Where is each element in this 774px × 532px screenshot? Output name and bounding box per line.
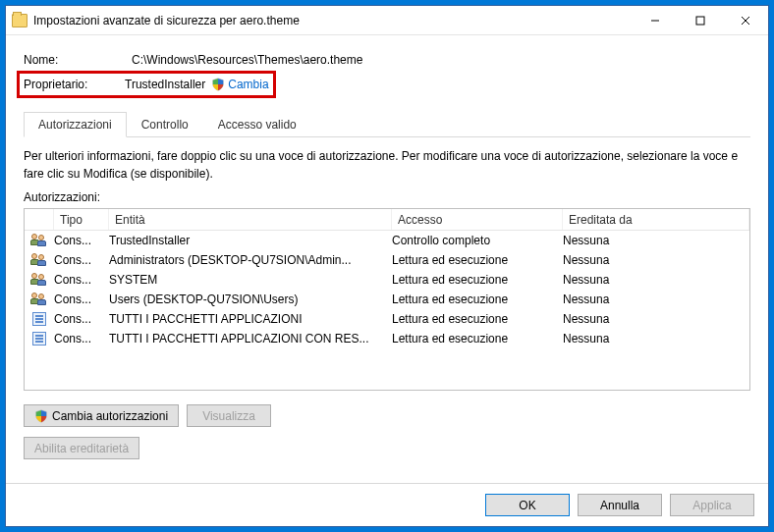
cell-access: Controllo completo	[392, 234, 563, 247]
change-permissions-label: Cambia autorizzazioni	[52, 409, 168, 423]
content-area: Nome: C:\Windows\Resources\Themes\aero.t…	[6, 35, 768, 483]
cell-type: Cons...	[54, 312, 109, 326]
group-icon	[31, 273, 47, 287]
cell-entity: TrustedInstaller	[109, 234, 392, 247]
titlebar: Impostazioni avanzate di sicurezza per a…	[6, 6, 768, 35]
name-row: Nome: C:\Windows\Resources\Themes\aero.t…	[24, 49, 750, 71]
table-row[interactable]: Cons...Administrators (DESKTOP-QU7SION\A…	[25, 250, 749, 270]
col-access[interactable]: Accesso	[392, 209, 563, 230]
name-value: C:\Windows\Resources\Themes\aero.theme	[132, 53, 362, 67]
tab-permissions[interactable]: Autorizzazioni	[24, 112, 127, 137]
cell-entity: TUTTI I PACCHETTI APPLICAZIONI CON RES..…	[109, 332, 392, 346]
action-button-row: Cambia autorizzazioni Visualizza	[24, 404, 750, 427]
cell-inherited: Nessuna	[563, 332, 749, 346]
permissions-list[interactable]: Tipo Entità Accesso Ereditata da Cons...…	[24, 208, 750, 391]
tab-body: Per ulteriori informazioni, fare doppio …	[24, 137, 750, 471]
window-title: Impostazioni avanzate di sicurezza per a…	[33, 14, 633, 27]
cell-access: Lettura ed esecuzione	[392, 253, 563, 267]
cell-access: Lettura ed esecuzione	[392, 273, 563, 287]
enable-inheritance-button: Abilita ereditarietà	[24, 437, 139, 459]
cell-entity: SYSTEM	[109, 273, 392, 287]
apply-button: Applica	[670, 494, 754, 516]
cell-entity: Administrators (DESKTOP-QU7SION\Admin...	[109, 253, 392, 267]
cell-inherited: Nessuna	[563, 273, 749, 287]
table-row[interactable]: Cons...TUTTI I PACCHETTI APPLICAZIONILet…	[25, 309, 749, 329]
group-icon	[31, 293, 47, 306]
permissions-header: Tipo Entità Accesso Ereditata da	[25, 209, 749, 231]
cell-inherited: Nessuna	[563, 234, 749, 247]
window-folder-icon	[6, 14, 33, 27]
col-icon[interactable]	[25, 209, 54, 230]
hint-text: Per ulteriori informazioni, fare doppio …	[24, 147, 750, 183]
security-settings-window: Impostazioni avanzate di sicurezza per a…	[5, 5, 769, 527]
app-package-icon	[32, 312, 46, 326]
cell-entity: TUTTI I PACCHETTI APPLICAZIONI	[109, 312, 392, 326]
cell-inherited: Nessuna	[563, 312, 749, 326]
group-icon	[31, 253, 47, 267]
col-entity[interactable]: Entità	[109, 209, 392, 230]
cell-entity: Users (DESKTOP-QU7SION\Users)	[109, 293, 392, 306]
app-package-icon	[32, 332, 46, 346]
dialog-footer: OK Annulla Applica	[6, 483, 768, 526]
cell-access: Lettura ed esecuzione	[392, 312, 563, 326]
window-controls	[633, 6, 768, 34]
col-inherited[interactable]: Ereditata da	[563, 209, 749, 230]
cell-inherited: Nessuna	[563, 253, 749, 267]
view-button: Visualizza	[187, 404, 271, 427]
owner-value: TrustedInstaller	[125, 78, 205, 91]
table-row[interactable]: Cons...TrustedInstallerControllo complet…	[25, 231, 749, 250]
table-row[interactable]: Cons...SYSTEMLettura ed esecuzioneNessun…	[25, 270, 749, 290]
shield-icon	[34, 409, 48, 423]
maximize-button[interactable]	[678, 6, 723, 34]
table-row[interactable]: Cons...TUTTI I PACCHETTI APPLICAZIONI CO…	[25, 329, 749, 348]
cell-access: Lettura ed esecuzione	[392, 332, 563, 346]
cell-type: Cons...	[54, 234, 109, 247]
name-label: Nome:	[24, 53, 132, 67]
owner-highlight-box: Proprietario: TrustedInstaller Cambia	[17, 71, 276, 98]
cell-type: Cons...	[54, 332, 109, 346]
minimize-button[interactable]	[633, 6, 678, 34]
close-button[interactable]	[723, 6, 768, 34]
cell-access: Lettura ed esecuzione	[392, 293, 563, 306]
info-block: Nome: C:\Windows\Resources\Themes\aero.t…	[24, 49, 750, 98]
tab-effective-access[interactable]: Accesso valido	[203, 112, 311, 137]
shield-icon	[211, 78, 225, 91]
owner-label: Proprietario:	[24, 78, 125, 91]
change-owner-link[interactable]: Cambia	[228, 78, 268, 91]
tab-auditing[interactable]: Controllo	[127, 112, 203, 137]
cancel-button[interactable]: Annulla	[578, 494, 662, 516]
table-row[interactable]: Cons...Users (DESKTOP-QU7SION\Users)Lett…	[25, 290, 749, 309]
cell-inherited: Nessuna	[563, 293, 749, 306]
col-type[interactable]: Tipo	[54, 209, 109, 230]
permissions-list-label: Autorizzazioni:	[24, 190, 750, 204]
tab-strip: Autorizzazioni Controllo Accesso valido	[24, 112, 750, 137]
change-permissions-button[interactable]: Cambia autorizzazioni	[24, 404, 179, 427]
inherit-button-row: Abilita ereditarietà	[24, 437, 750, 459]
cell-type: Cons...	[54, 293, 109, 306]
svg-rect-1	[696, 17, 704, 25]
cell-type: Cons...	[54, 253, 109, 267]
cell-type: Cons...	[54, 273, 109, 287]
ok-button[interactable]: OK	[485, 494, 570, 516]
group-icon	[31, 234, 47, 247]
